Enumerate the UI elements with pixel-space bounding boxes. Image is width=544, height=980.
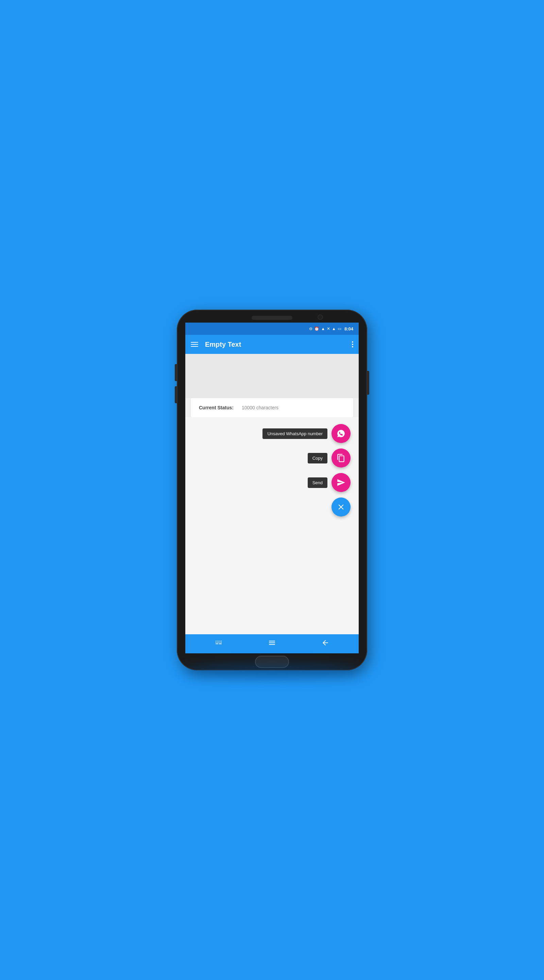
main-content: Current Status: 10000 characters Unsaved… xyxy=(185,354,359,634)
send-icon xyxy=(336,478,346,487)
copy-icon xyxy=(336,453,346,463)
close-button[interactable] xyxy=(331,498,351,517)
status-time: 8:04 xyxy=(344,326,353,331)
status-value: 10000 characters xyxy=(242,405,278,410)
send-button[interactable] xyxy=(331,473,351,492)
phone-device: ⊖ ⏰ ▲ ✕ ▲ ▭ 8:04 Empty Text xyxy=(177,310,367,670)
fab-row-send: Send xyxy=(308,473,351,492)
fab-row-close xyxy=(331,498,351,517)
actions-area: Unsaved WhatsApp number Copy xyxy=(185,417,359,634)
signal-x-icon: ✕ xyxy=(327,326,330,331)
menu-nav-icon[interactable] xyxy=(268,639,276,649)
speaker xyxy=(252,316,292,320)
phone-shadow xyxy=(184,663,360,677)
signal-icon: ▲ xyxy=(332,326,336,331)
keyboard-nav-icon[interactable] xyxy=(214,639,223,649)
menu-button[interactable] xyxy=(191,342,198,347)
app-bar: Empty Text xyxy=(185,335,359,354)
copy-label: Copy xyxy=(308,453,327,463)
power-button[interactable] xyxy=(367,371,369,395)
app-title: Empty Text xyxy=(205,340,345,348)
fab-row-whatsapp: Unsaved WhatsApp number xyxy=(262,424,351,443)
send-label: Send xyxy=(308,477,327,488)
status-bar: ⊖ ⏰ ▲ ✕ ▲ ▭ 8:04 xyxy=(185,323,359,335)
front-camera xyxy=(317,314,323,320)
phone-screen: ⊖ ⏰ ▲ ✕ ▲ ▭ 8:04 Empty Text xyxy=(185,323,359,653)
whatsapp-label: Unsaved WhatsApp number xyxy=(262,428,327,439)
battery-icon: ▭ xyxy=(338,326,341,331)
status-icons: ⊖ ⏰ ▲ ✕ ▲ ▭ 8:04 xyxy=(309,326,353,331)
copy-button[interactable] xyxy=(331,449,351,468)
wifi-icon: ▲ xyxy=(321,326,325,331)
volume-up-button[interactable] xyxy=(175,364,177,381)
more-options-button[interactable] xyxy=(352,341,353,347)
text-area-section xyxy=(185,354,359,398)
status-card: Current Status: 10000 characters xyxy=(191,398,353,417)
whatsapp-button[interactable] xyxy=(331,424,351,443)
fab-container: Unsaved WhatsApp number Copy xyxy=(262,424,351,517)
close-icon xyxy=(336,503,346,511)
dnd-icon: ⊖ xyxy=(309,326,312,331)
whatsapp-icon xyxy=(336,429,346,438)
alarm-icon: ⏰ xyxy=(314,326,319,331)
back-nav-icon[interactable] xyxy=(321,639,330,649)
volume-down-button[interactable] xyxy=(175,386,177,403)
fab-row-copy: Copy xyxy=(308,449,351,468)
bottom-navigation xyxy=(185,634,359,653)
status-label: Current Status: xyxy=(199,405,233,410)
